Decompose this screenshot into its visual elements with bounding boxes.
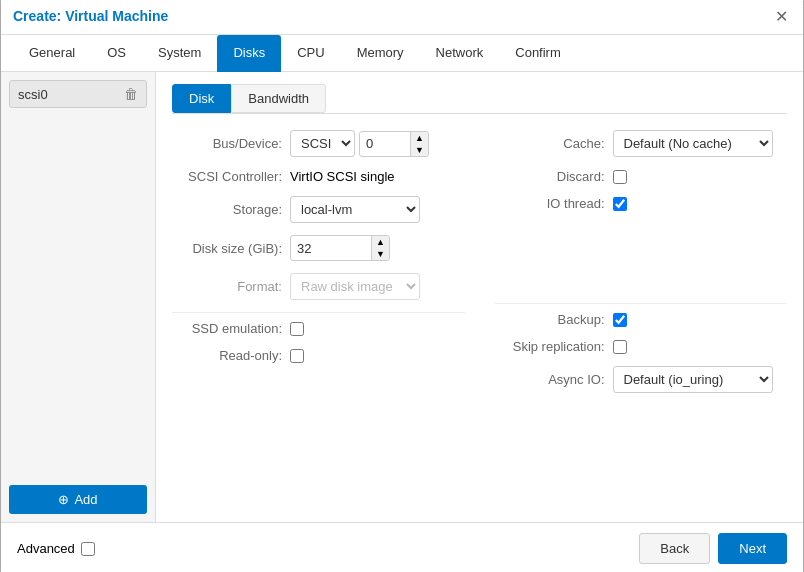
skip-replication-row: Skip replication: <box>495 339 788 354</box>
sub-tab-bar: Disk Bandwidth <box>172 84 787 114</box>
disk-size-down-btn[interactable]: ▼ <box>372 248 389 260</box>
format-row: Format: Raw disk image (raw... <box>172 273 465 300</box>
disk-size-spinner-controls: ▲ ▼ <box>371 236 389 260</box>
io-thread-checkbox[interactable] <box>613 197 627 211</box>
spinner-down-btn[interactable]: ▼ <box>411 144 428 156</box>
spinner-controls: ▲ ▼ <box>410 132 428 156</box>
tab-system[interactable]: System <box>142 35 217 72</box>
tab-bar: General OS System Disks CPU Memory Netwo… <box>1 35 803 72</box>
title-bar: Create: Virtual Machine ✕ <box>1 0 803 35</box>
device-number-input[interactable] <box>360 132 410 155</box>
plus-icon: ⊕ <box>58 492 69 507</box>
discard-row: Discard: <box>495 169 788 184</box>
tab-os[interactable]: OS <box>91 35 142 72</box>
scsi-controller-label: SCSI Controller: <box>172 169 282 184</box>
async-io-row: Async IO: Default (io_uring) <box>495 366 788 393</box>
skip-replication-checkbox[interactable] <box>613 340 627 354</box>
tab-general[interactable]: General <box>13 35 91 72</box>
backup-checkbox[interactable] <box>613 313 627 327</box>
bus-device-controls: SCSI ▲ ▼ <box>290 130 465 157</box>
spacer <box>495 223 788 259</box>
disk-form: Bus/Device: SCSI ▲ ▼ <box>172 130 787 405</box>
disk-content: Disk Bandwidth Bus/Device: SCSI <box>156 72 803 522</box>
discard-label: Discard: <box>495 169 605 184</box>
cache-label: Cache: <box>495 136 605 151</box>
ssd-emulation-label: SSD emulation: <box>172 321 282 336</box>
cache-select[interactable]: Default (No cache) <box>613 130 773 157</box>
dialog-title: Create: Virtual Machine <box>13 8 168 24</box>
readonly-checkbox[interactable] <box>290 349 304 363</box>
skip-replication-label: Skip replication: <box>495 339 605 354</box>
sub-tab-bandwidth[interactable]: Bandwidth <box>231 84 326 113</box>
storage-select[interactable]: local-lvm <box>290 196 420 223</box>
dialog-body: scsi0 🗑 ⊕ Add Disk Bandwidth <box>1 72 803 522</box>
back-button[interactable]: Back <box>639 533 710 564</box>
tab-cpu[interactable]: CPU <box>281 35 340 72</box>
disk-size-label: Disk size (GiB): <box>172 241 282 256</box>
delete-disk-icon[interactable]: 🗑 <box>124 86 138 102</box>
next-button[interactable]: Next <box>718 533 787 564</box>
cache-row: Cache: Default (No cache) <box>495 130 788 157</box>
bus-device-label: Bus/Device: <box>172 136 282 151</box>
tab-confirm[interactable]: Confirm <box>499 35 577 72</box>
disk-size-spinner: ▲ ▼ <box>290 235 390 261</box>
advanced-label: Advanced <box>17 541 75 556</box>
disk-size-up-btn[interactable]: ▲ <box>372 236 389 248</box>
ssd-emulation-checkbox[interactable] <box>290 322 304 336</box>
disk-list-item-scsi0[interactable]: scsi0 🗑 <box>9 80 147 108</box>
bus-device-row: Bus/Device: SCSI ▲ ▼ <box>172 130 465 157</box>
close-button[interactable]: ✕ <box>771 6 791 26</box>
advanced-section: Advanced <box>17 541 95 556</box>
sub-tab-disk[interactable]: Disk <box>172 84 231 113</box>
tab-network[interactable]: Network <box>420 35 500 72</box>
discard-checkbox[interactable] <box>613 170 627 184</box>
storage-label: Storage: <box>172 202 282 217</box>
backup-label: Backup: <box>495 312 605 327</box>
scsi-controller-value: VirtIO SCSI single <box>290 169 395 184</box>
io-thread-label: IO thread: <box>495 196 605 211</box>
backup-row: Backup: <box>495 312 788 327</box>
async-io-select[interactable]: Default (io_uring) <box>613 366 773 393</box>
tab-disks[interactable]: Disks <box>217 35 281 72</box>
tab-memory[interactable]: Memory <box>341 35 420 72</box>
bus-select[interactable]: SCSI <box>290 130 355 157</box>
disk-sidebar: scsi0 🗑 ⊕ Add <box>1 72 156 522</box>
right-divider <box>495 303 788 304</box>
advanced-checkbox[interactable] <box>81 542 95 556</box>
spacer2 <box>495 259 788 295</box>
storage-row: Storage: local-lvm <box>172 196 465 223</box>
add-disk-label: Add <box>74 492 97 507</box>
form-left: Bus/Device: SCSI ▲ ▼ <box>172 130 465 405</box>
scsi-controller-row: SCSI Controller: VirtIO SCSI single <box>172 169 465 184</box>
disk-size-input[interactable] <box>291 237 371 260</box>
left-divider <box>172 312 465 313</box>
readonly-row: Read-only: <box>172 348 465 363</box>
dialog-footer: Advanced Back Next <box>1 522 803 572</box>
readonly-label: Read-only: <box>172 348 282 363</box>
device-spinner: ▲ ▼ <box>359 131 429 157</box>
form-right: Cache: Default (No cache) Discard: IO th… <box>495 130 788 405</box>
disk-item-label: scsi0 <box>18 87 48 102</box>
format-select[interactable]: Raw disk image (raw... <box>290 273 420 300</box>
spinner-up-btn[interactable]: ▲ <box>411 132 428 144</box>
add-disk-button[interactable]: ⊕ Add <box>9 485 147 514</box>
ssd-emulation-row: SSD emulation: <box>172 321 465 336</box>
format-label: Format: <box>172 279 282 294</box>
async-io-label: Async IO: <box>495 372 605 387</box>
create-vm-dialog: Create: Virtual Machine ✕ General OS Sys… <box>0 0 804 572</box>
disk-size-row: Disk size (GiB): ▲ ▼ <box>172 235 465 261</box>
io-thread-row: IO thread: <box>495 196 788 211</box>
